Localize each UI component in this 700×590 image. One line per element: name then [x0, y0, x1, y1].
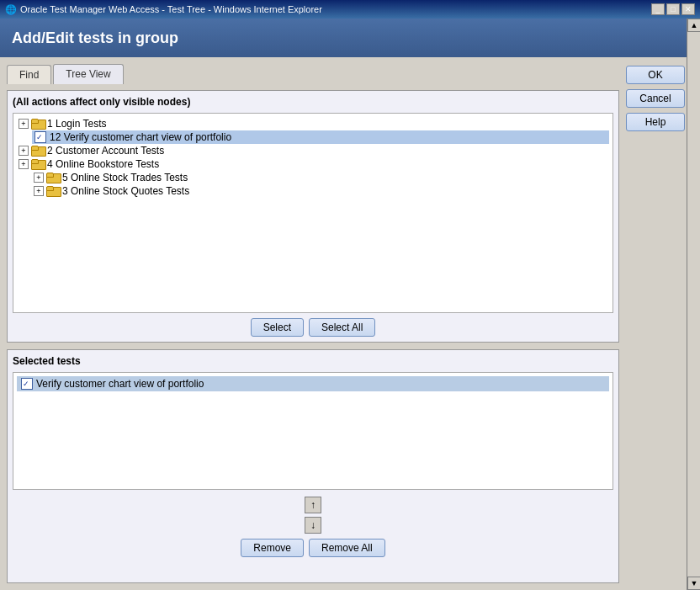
remove-all-button[interactable]: Remove All [309, 539, 385, 557]
tree-item[interactable]: + 5 Online Stock Trades Tests [32, 171, 609, 184]
folder-icon [46, 172, 60, 183]
remove-buttons: Remove Remove All [13, 539, 613, 557]
tab-tree-view[interactable]: Tree View [53, 64, 123, 84]
expand-icon[interactable]: + [19, 119, 29, 129]
app-window: 🌐 Oracle Test Manager Web Access - Test … [0, 0, 700, 590]
doc-checked-icon [34, 131, 47, 143]
folder-icon [31, 145, 45, 157]
minimize-button[interactable]: _ [651, 3, 665, 15]
tree-item-label: 3 Online Stock Quotes Tests [62, 185, 189, 197]
tree-item[interactable]: + 4 Online Bookstore Tests [17, 157, 609, 171]
remove-button[interactable]: Remove [241, 539, 304, 557]
folder-icon [31, 118, 45, 130]
page-title: Add/Edit tests in group [12, 29, 178, 47]
folder-icon [46, 185, 60, 197]
scrollbar[interactable]: ▲ ▼ [687, 19, 700, 590]
main-content: Find Tree View (All actions affect only … [0, 57, 700, 590]
scroll-track[interactable] [687, 32, 700, 577]
selected-panel-wrapper: Verify customer chart view of portfolio … [13, 372, 613, 557]
doc-checked-icon [20, 378, 34, 390]
cancel-button[interactable]: Cancel [626, 89, 685, 108]
maximize-button[interactable]: □ [666, 3, 680, 15]
right-panel: OK Cancel Help [626, 64, 693, 583]
tab-find[interactable]: Find [7, 65, 51, 84]
selected-tests-panel: Selected tests Verify customer chart vie… [7, 349, 619, 583]
title-bar-icon: 🌐 [5, 4, 17, 15]
tree-item[interactable]: 12 Verify customer chart view of portfol… [32, 130, 609, 144]
tree-item-label: 5 Online Stock Trades Tests [62, 172, 188, 183]
move-down-button[interactable]: ↓ [305, 517, 321, 534]
selected-area[interactable]: Verify customer chart view of portfolio [13, 372, 613, 490]
tree-item[interactable]: + 3 Online Stock Quotes Tests [32, 184, 609, 198]
expand-icon[interactable]: + [34, 186, 44, 196]
expand-icon[interactable]: + [19, 146, 29, 156]
expand-icon[interactable]: + [34, 173, 44, 183]
selected-content: Verify customer chart view of portfolio … [13, 372, 613, 557]
tree-item[interactable]: + 1 Login Tests [17, 117, 609, 130]
tab-bar: Find Tree View [7, 64, 619, 84]
scroll-down-button[interactable]: ▼ [687, 577, 700, 590]
selected-item[interactable]: Verify customer chart view of portfolio [17, 376, 609, 391]
tree-item-label: 12 Verify customer chart view of portfol… [50, 131, 231, 143]
move-up-button[interactable]: ↑ [305, 497, 321, 513]
app-header: Add/Edit tests in group [0, 19, 700, 57]
select-all-button[interactable]: Select All [309, 318, 375, 337]
tree-buttons: Select Select All [13, 318, 613, 337]
selected-item-label: Verify customer chart view of portfolio [36, 378, 204, 390]
tree-view-panel: (All actions affect only visible nodes) … [7, 90, 619, 343]
help-button[interactable]: Help [626, 113, 685, 131]
scroll-up-button[interactable]: ▲ [687, 19, 700, 32]
ok-button[interactable]: OK [626, 66, 685, 84]
selected-panel-title: Selected tests [13, 355, 613, 367]
panel-note: (All actions affect only visible nodes) [13, 96, 613, 108]
close-button[interactable]: ✕ [681, 3, 695, 15]
title-bar: 🌐 Oracle Test Manager Web Access - Test … [0, 0, 700, 19]
title-bar-text: Oracle Test Manager Web Access - Test Tr… [20, 4, 322, 14]
move-buttons: ↑ ↓ [13, 497, 613, 534]
tree-item-label: 2 Customer Account Tests [47, 145, 164, 157]
folder-icon [31, 158, 45, 170]
window-controls[interactable]: _ □ ✕ [651, 3, 695, 15]
expand-icon[interactable]: + [19, 159, 29, 169]
left-panel: Find Tree View (All actions affect only … [7, 64, 619, 583]
tree-item-label: 4 Online Bookstore Tests [47, 158, 159, 170]
tree-area[interactable]: + 1 Login Tests 12 Verify customer chart… [13, 113, 613, 313]
tree-item-label: 1 Login Tests [47, 118, 107, 130]
select-button[interactable]: Select [251, 318, 304, 337]
tree-item[interactable]: + 2 Customer Account Tests [17, 144, 609, 157]
